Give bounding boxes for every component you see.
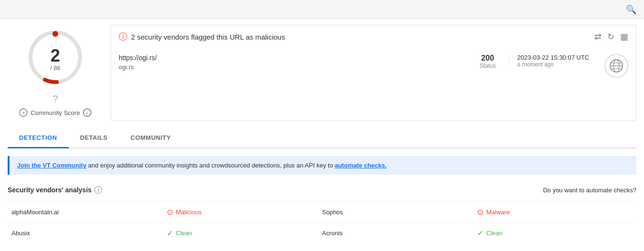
vendor-status-label-1: Malicious	[176, 209, 202, 216]
score-number: 2	[51, 47, 60, 64]
tab-detection[interactable]: DETECTION	[8, 128, 69, 148]
security-title: Security vendors' analysis i	[8, 186, 102, 194]
community-score-check-icon: ✓	[83, 108, 92, 117]
clean-icon-2: ✓	[477, 229, 483, 238]
vendor-row-2: Abusix ✓ Clean Acronis ✓ Clean	[8, 222, 636, 243]
main-container: 2 / 86 ? ✕ Community Score ✓ ⓘ 2 securit…	[0, 19, 644, 243]
security-title-text: Security vendors' analysis	[8, 186, 92, 194]
status-label: Status	[480, 63, 496, 69]
status-code: 200	[480, 54, 496, 63]
vendor-name-4: Acronis	[322, 230, 478, 237]
community-score-label: Community Score	[31, 109, 80, 116]
refresh-icon[interactable]: ↻	[607, 31, 614, 42]
url-info: https://ogi.rs/ ogi.rs	[119, 54, 466, 71]
globe-icon-wrapper	[604, 54, 628, 78]
score-denominator: / 86	[50, 64, 61, 72]
time-block: 2023-03-22 15:30:07 UTC a moment ago	[509, 54, 597, 68]
security-header: Security vendors' analysis i Do you want…	[8, 182, 636, 198]
vendor-status-3: ✓ Clean	[167, 229, 322, 238]
globe-icon	[609, 58, 624, 73]
score-panel: 2 / 86 ? ✕ Community Score ✓	[8, 25, 103, 121]
tab-details[interactable]: DETAILS	[69, 128, 119, 148]
clean-icon-1: ✓	[167, 229, 173, 238]
tabs-bar: DETECTION DETAILS COMMUNITY	[8, 128, 636, 148]
vendor-status-label-2: Malware	[486, 209, 510, 216]
score-question-mark: ?	[52, 94, 58, 105]
vendor-status-4: ✓ Clean	[477, 229, 633, 238]
vendor-status-label-4: Clean	[486, 230, 502, 237]
community-score-bar: ✕ Community Score ✓	[19, 108, 91, 117]
top-section: 2 / 86 ? ✕ Community Score ✓ ⓘ 2 securit…	[8, 25, 636, 121]
alert-icon: ⓘ	[119, 31, 127, 42]
score-circle-wrapper: 2 / 86	[27, 29, 84, 86]
vendor-status-1: ⊙ Malicious	[167, 208, 322, 217]
vendor-status-label-3: Clean	[176, 230, 192, 237]
url-text: https://ogi.rs/	[119, 54, 466, 62]
url-row: https://ogi.rs/ ogi.rs 200 Status 2023-0…	[119, 54, 628, 78]
top-bar: 🔍	[0, 0, 644, 19]
search-icon[interactable]: 🔍	[626, 4, 636, 15]
automate-checks-link[interactable]: automate checks.	[335, 162, 387, 169]
alert-header: ⓘ 2 security vendors flagged this URL as…	[119, 31, 628, 46]
domain-text: ogi.rs	[119, 63, 466, 71]
community-banner: Join the VT Community and enjoy addition…	[8, 156, 636, 175]
status-block: 200 Status	[470, 54, 505, 69]
banner-middle-text: and enjoy additional community insights …	[86, 162, 335, 169]
scan-date: 2023-03-22 15:30:07 UTC	[517, 54, 589, 61]
panel-actions: ⇄ ↻ ▦	[594, 31, 628, 42]
info-icon[interactable]: i	[94, 186, 102, 194]
share-icon[interactable]: ⇄	[594, 31, 602, 42]
automate-checks-text: Do you want to automate checks?	[543, 187, 636, 194]
vendor-status-2: ⊙ Malware	[477, 208, 633, 217]
malicious-icon-2: ⊙	[477, 208, 483, 217]
vendor-row-1: alphaMountain.ai ⊙ Malicious Sophos ⊙ Ma…	[8, 201, 636, 222]
info-panel: ⓘ 2 security vendors flagged this URL as…	[111, 25, 636, 121]
vendor-name-2: Sophos	[322, 209, 478, 216]
vendor-name-1: alphaMountain.ai	[11, 209, 167, 216]
alert-text: 2 security vendors flagged this URL as m…	[131, 33, 285, 41]
qr-icon[interactable]: ▦	[620, 31, 628, 42]
community-score-x-icon: ✕	[19, 108, 28, 117]
tab-community[interactable]: COMMUNITY	[119, 128, 183, 148]
vendor-name-3: Abusix	[11, 230, 167, 237]
time-ago: a moment ago	[517, 61, 589, 68]
join-vt-community-link[interactable]: Join the VT Community	[17, 162, 86, 169]
malicious-icon-1: ⊙	[167, 208, 173, 217]
